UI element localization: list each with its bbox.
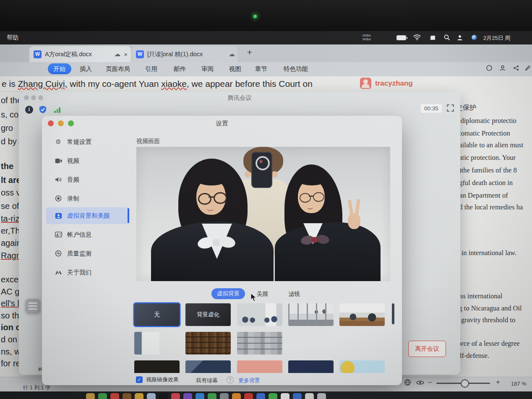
bg-thumb-bookshelf[interactable] (185, 332, 231, 355)
mirror-checkbox-row[interactable]: ✓ 视频镜像效果 (136, 376, 179, 383)
checkbox-checked-icon[interactable]: ✓ (136, 376, 143, 383)
share-icon[interactable] (513, 65, 519, 71)
dock-app-icon[interactable] (232, 393, 241, 399)
sidebar-item-recording[interactable]: 录制 (46, 190, 128, 207)
dock-app-icon[interactable] (293, 393, 302, 399)
bg-thumb-office-shelf[interactable] (237, 332, 282, 355)
ribbon-tab-view[interactable]: 视图 (229, 65, 241, 73)
tab-beauty[interactable]: 美颜 (257, 290, 268, 298)
dock-app-icon[interactable] (98, 393, 107, 399)
bg-thumb-meeting-room[interactable] (237, 303, 282, 326)
dock-app-icon[interactable] (110, 393, 119, 399)
new-tab-button[interactable]: + (247, 48, 252, 57)
doc-text: e is (2, 79, 18, 89)
dock-app-icon[interactable] (171, 393, 180, 399)
dock-app-icon[interactable] (208, 393, 216, 399)
ribbon-tab-insert[interactable]: 插入 (80, 65, 92, 73)
siri-icon[interactable] (472, 35, 477, 40)
finger (348, 200, 354, 217)
doc-fragment: f force of a lesser degree (451, 339, 520, 348)
dock-app-icon[interactable] (86, 393, 95, 399)
search-icon[interactable] (444, 34, 450, 42)
sidebar-item-virtual-background[interactable]: 虚拟背景和美颜 (46, 207, 128, 224)
more-backgrounds-link[interactable]: 更多背景 (238, 377, 260, 384)
ribbon-tab-layout[interactable]: 页面布局 (106, 65, 130, 73)
leave-meeting-button[interactable]: 离开会议 (408, 341, 446, 357)
sidebar-item-quality[interactable]: 质量监测 (46, 245, 128, 262)
tab-doc-1[interactable]: W A方oral定稿.docx ☁ × (29, 46, 131, 62)
collaborate-person-icon[interactable] (499, 65, 506, 71)
comment-header[interactable]: tracyzhang (360, 78, 413, 89)
bg-thumb-bedroom[interactable] (134, 332, 180, 355)
wifi-icon[interactable] (413, 34, 421, 42)
zoom-level[interactable]: 187 % (511, 381, 527, 387)
dock-app-icon[interactable] (305, 393, 314, 399)
dock-app-icon[interactable] (220, 393, 229, 399)
doc-fragment: 2)the families of the 8 (456, 166, 517, 175)
edit-pencil-icon[interactable] (524, 65, 531, 71)
dock-app-icon[interactable] (123, 393, 131, 399)
sync-icon[interactable] (486, 65, 493, 71)
floating-menu-button[interactable] (25, 299, 41, 314)
dock-trash-icon[interactable] (317, 393, 326, 399)
cloud-sync-icon[interactable]: ☁ (114, 50, 120, 58)
bg-option-blur[interactable]: 背景虚化 (185, 303, 231, 326)
sidebar-item-audio[interactable]: 音频 (46, 171, 128, 188)
sidebar-item-about[interactable]: 关于我们 (46, 264, 128, 281)
doc-fragment: ed in international law. (453, 249, 516, 257)
menubar-help[interactable]: 帮助 (7, 34, 18, 42)
bg-thumb-partial[interactable] (288, 360, 334, 373)
sidebar-item-account[interactable]: 帐户信息 (46, 226, 128, 243)
doc-fragment: ta-riz (1, 214, 19, 224)
dock-app-icon[interactable] (256, 393, 265, 399)
cloud-sync-icon[interactable]: ☁ (229, 50, 235, 58)
doc-text: with my co-agent Yuan (67, 79, 161, 89)
bg-option-none[interactable]: 无 (134, 303, 180, 326)
zoom-slider-knob[interactable] (461, 379, 469, 388)
battery-icon[interactable] (396, 35, 406, 40)
bg-thumb-partial[interactable] (134, 360, 180, 373)
bg-thumb-loft-office[interactable] (339, 303, 385, 326)
tab-doc-2[interactable]: W [只读]oral 精(1).docx ☁ (132, 46, 237, 62)
ribbon-tab-review[interactable]: 审阅 (201, 65, 214, 73)
eye-protect-icon[interactable] (416, 380, 424, 387)
zoom-out-button[interactable]: − (428, 379, 432, 386)
ribbon-tab-section[interactable]: 章节 (255, 65, 267, 73)
sidebar-item-video[interactable]: 视频 (46, 152, 128, 169)
security-shield-icon[interactable] (39, 105, 47, 115)
user-switch-icon[interactable] (456, 34, 463, 42)
dock-app-icon[interactable] (244, 393, 253, 399)
dock-app-icon[interactable] (269, 393, 277, 399)
dock-app-icon[interactable] (183, 393, 192, 399)
thumbnail-scrollbar[interactable] (392, 303, 394, 324)
green-screen-label[interactable]: 我有绿幕 (196, 377, 218, 384)
dock-app-icon[interactable] (159, 393, 168, 399)
net-up: 0KB/s (362, 34, 371, 37)
ribbon-tab-references[interactable]: 引用 (145, 65, 157, 73)
zoom-in-button[interactable]: + (496, 378, 500, 386)
ribbon-tab-mailings[interactable]: 邮件 (174, 65, 186, 73)
bg-thumb-partial[interactable] (237, 360, 282, 373)
help-question-icon[interactable]: ? (227, 376, 234, 383)
bg-thumb-glass-office[interactable] (288, 303, 334, 326)
web-layout-icon[interactable] (404, 379, 411, 388)
dock-app-icon[interactable] (196, 393, 204, 399)
ribbon-tab-home[interactable]: 开始 (48, 63, 71, 74)
bg-thumb-partial[interactable] (185, 360, 231, 373)
ribbon-tab-special[interactable]: 特色功能 (284, 65, 308, 73)
dock-app-icon[interactable] (281, 393, 289, 399)
bg-thumb-partial[interactable] (339, 360, 385, 373)
sidebar-item-general[interactable]: ⚙ 常规设置 (46, 133, 128, 150)
fullscreen-icon[interactable] (447, 104, 454, 113)
dock-app-icon[interactable] (135, 393, 143, 399)
close-tab-icon[interactable]: × (124, 51, 128, 58)
camera-icon (55, 158, 62, 164)
menubar-clock[interactable]: 2月25日 周 (483, 34, 510, 42)
input-method-icon[interactable] (429, 34, 436, 40)
bg-thumb-bright-desk[interactable] (339, 332, 385, 355)
tab-virtual-background[interactable]: 虚拟背景 (211, 288, 245, 299)
bg-thumb-cafe[interactable] (288, 332, 334, 355)
meeting-info-icon[interactable]: i (25, 106, 33, 114)
dock-app-icon[interactable] (147, 393, 156, 399)
tab-filter[interactable]: 滤镜 (289, 290, 300, 298)
